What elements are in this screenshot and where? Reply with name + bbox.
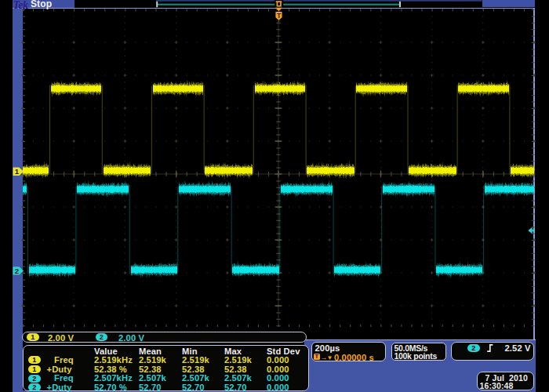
svg-text:2: 2 (15, 267, 19, 275)
svg-text:1: 1 (15, 167, 20, 176)
svg-text:T: T (277, 12, 282, 20)
